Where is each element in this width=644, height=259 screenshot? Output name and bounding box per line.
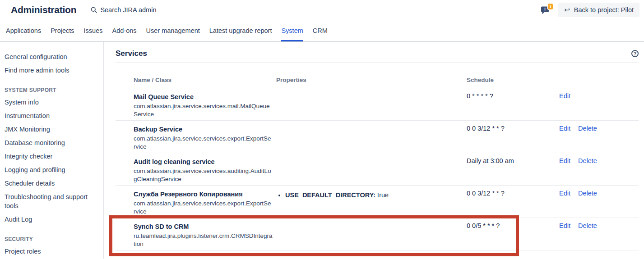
admin-nav: ApplicationsProjectsIssuesAdd-onsUser ma… [0, 20, 644, 42]
help-icon[interactable]: ? [631, 50, 639, 57]
table-header-row: Name / Class Properties Schedule [116, 67, 639, 88]
service-class: com.atlassian.jira.service.services.audi… [134, 167, 273, 183]
services-table: Name / Class Properties Schedule Mail Qu… [116, 67, 639, 250]
notification-bubble-icon: ! [541, 9, 550, 17]
sidebar-item-database-monitoring[interactable]: Database monitoring [0, 136, 103, 150]
tab-applications[interactable]: Applications [6, 20, 41, 41]
service-properties-cell [276, 218, 467, 250]
sidebar-item-scheduler-details[interactable]: Scheduler details [0, 177, 103, 190]
notifications-button[interactable]: ! 1 [541, 6, 551, 16]
service-name-class-cell: Synch SD to CRMru.teamlead.jira.plugins.… [116, 218, 276, 250]
back-arrow-icon: ↩ [564, 7, 570, 13]
tab-user-management[interactable]: User management [146, 20, 200, 41]
table-row: Backup Servicecom.atlassian.jira.service… [116, 121, 639, 153]
sidebar-item-project-roles[interactable]: Project roles [0, 245, 103, 258]
table-row-highlighted: Synch SD to CRMru.teamlead.jira.plugins.… [116, 218, 639, 250]
sidebar-section-security: SECURITY [0, 226, 103, 245]
admin-search [91, 6, 204, 14]
edit-link[interactable]: Edit [559, 157, 570, 164]
sidebar-item-integrity-checker[interactable]: Integrity checker [0, 150, 103, 163]
main-header: Services ? [116, 49, 639, 63]
sidebar-item-system-info[interactable]: System info [0, 95, 103, 109]
service-name: Backup Service [134, 125, 273, 134]
service-properties-cell [276, 121, 467, 153]
delete-link[interactable]: Delete [578, 190, 597, 197]
service-class: com.atlassian.jira.service.services.expo… [134, 200, 273, 216]
edit-link[interactable]: Edit [559, 125, 570, 132]
table-row: Служба Резервного Копированияcom.atlassi… [116, 186, 639, 218]
edit-link[interactable]: Edit [559, 222, 570, 229]
service-schedule-cell: Daily at 3:00 am [467, 153, 559, 186]
edit-link[interactable]: Edit [559, 190, 570, 197]
sidebar-item-jmx-monitoring[interactable]: JMX Monitoring [0, 123, 103, 136]
tab-latest-upgrade-report[interactable]: Latest upgrade report [209, 20, 272, 41]
service-name-class-cell: Mail Queue Servicecom.atlassian.jira.ser… [116, 88, 276, 121]
service-name: Mail Queue Service [134, 92, 273, 101]
service-property: USE_DEFAULT_DIRECTORY: true [285, 191, 463, 200]
service-name-class-cell: Служба Резервного Копированияcom.atlassi… [116, 186, 276, 218]
section-title: Services [116, 49, 147, 58]
service-class: com.atlassian.jira.service.services.expo… [134, 135, 273, 151]
delete-link[interactable]: Delete [578, 125, 597, 132]
tab-add-ons[interactable]: Add-ons [112, 20, 137, 41]
search-icon [91, 7, 97, 13]
service-name-class-cell: Audit log cleaning servicecom.atlassian.… [116, 153, 276, 186]
main-content: Services ? Name / Class Properties Sched… [104, 42, 644, 259]
tab-issues[interactable]: Issues [84, 20, 103, 41]
column-header-name-class: Name / Class [116, 67, 276, 88]
delete-link[interactable]: Delete [578, 222, 597, 229]
service-actions-cell: EditDelete [559, 153, 639, 186]
back-to-project-button[interactable]: ↩ Back to project: Pilot [558, 3, 639, 17]
table-row: Mail Queue Servicecom.atlassian.jira.ser… [116, 88, 639, 121]
sidebar-item-audit-log[interactable]: Audit Log [0, 213, 103, 226]
service-actions-cell: Edit [559, 88, 639, 121]
service-properties-cell [276, 88, 467, 121]
service-actions-cell: EditDelete [559, 186, 639, 218]
tab-crm[interactable]: CRM [313, 20, 328, 41]
service-name: Audit log cleaning service [134, 157, 273, 166]
delete-link[interactable]: Delete [578, 157, 597, 164]
back-button-label: Back to project: Pilot [574, 6, 634, 14]
column-header-schedule: Schedule [467, 67, 559, 88]
header-right: ! 1 ↩ Back to project: Pilot [541, 3, 639, 17]
table-row: Audit log cleaning servicecom.atlassian.… [116, 153, 639, 186]
service-name-class-cell: Backup Servicecom.atlassian.jira.service… [116, 121, 276, 153]
service-properties-cell [276, 153, 467, 186]
service-actions-cell: EditDelete [559, 121, 639, 153]
sidebar-item-instrumentation[interactable]: Instrumentation [0, 109, 103, 123]
service-schedule-cell: 0 0 3/12 * * ? [467, 186, 559, 218]
notification-badge: 1 [548, 4, 553, 9]
tab-projects[interactable]: Projects [51, 20, 74, 41]
tab-system[interactable]: System [281, 20, 303, 41]
sidebar-item-general-configuration[interactable]: General configuration [0, 50, 103, 64]
service-class: ru.teamlead.jira.plugins.listener.crm.CR… [134, 232, 273, 248]
sidebar-item-find-more-admin-tools[interactable]: Find more admin tools [0, 64, 103, 77]
sidebar: General configurationFind more admin too… [0, 42, 104, 259]
edit-link[interactable]: Edit [559, 92, 570, 100]
service-name: Служба Резервного Копирования [134, 190, 273, 199]
service-name: Synch SD to CRM [134, 222, 273, 231]
service-actions-cell: EditDelete [559, 218, 639, 250]
svg-text:!: ! [544, 7, 546, 12]
service-schedule-cell: 0 0 3/12 * * ? [467, 121, 559, 153]
column-header-properties: Properties [276, 67, 467, 88]
column-header-actions [559, 67, 639, 88]
content: General configurationFind more admin too… [0, 42, 644, 259]
app-header: Administration ! 1 [0, 0, 644, 20]
jira-admin-page: Administration ! 1 [0, 0, 644, 259]
service-schedule-cell: 0 * * * * ? [467, 88, 559, 121]
sidebar-item-troubleshooting-and-support-tools[interactable]: Troubleshooting and support tools [0, 190, 103, 213]
service-schedule-cell: 0 0/5 * * * ? [467, 218, 559, 250]
service-class: com.atlassian.jira.service.services.mail… [134, 102, 273, 118]
sidebar-item-logging-and-profiling[interactable]: Logging and profiling [0, 163, 103, 177]
service-properties-cell: USE_DEFAULT_DIRECTORY: true [276, 186, 467, 218]
page-title: Administration [11, 5, 76, 15]
sidebar-section-system-support: SYSTEM SUPPORT [0, 77, 103, 95]
search-input[interactable] [100, 6, 204, 14]
